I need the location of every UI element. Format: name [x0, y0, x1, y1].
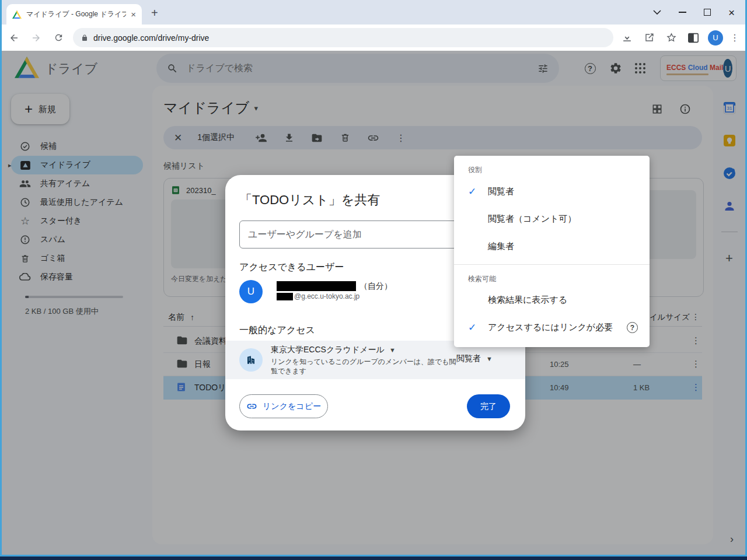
copy-link-button[interactable]: リンクをコピー	[239, 394, 328, 418]
tab-title: マイドライブ - Google ドライブ	[26, 9, 126, 19]
maximize-button[interactable]	[704, 9, 711, 16]
help-icon[interactable]: ?	[627, 322, 638, 333]
share-dialog-title: 「TODOリスト」を共有	[239, 191, 380, 209]
browser-avatar[interactable]: U	[708, 30, 723, 46]
chevron-down-icon: ▼	[389, 346, 396, 354]
redacted-owner-name	[277, 281, 356, 291]
owner-self-label: （自分）	[359, 281, 392, 292]
window-controls: ×	[653, 0, 741, 24]
role-section-header: 役割	[468, 165, 482, 175]
side-panel-icon[interactable]	[686, 30, 701, 46]
done-button[interactable]: 完了	[467, 394, 510, 418]
owner-email-domain: @g.ecc.u-tokyo.ac.jp	[294, 292, 359, 300]
bookmark-star-icon[interactable]	[664, 30, 679, 46]
browser-menu-icon[interactable]: ⋮	[730, 32, 739, 43]
browser-tab-bar: マイドライブ - Google ドライブ × + ×	[2, 0, 745, 24]
group-access-selector[interactable]: 東京大学ECCSクラウドメール ▼	[271, 345, 396, 355]
check-icon: ✓	[468, 186, 488, 198]
browser-tab[interactable]: マイドライブ - Google ドライブ ×	[6, 4, 142, 24]
menu-item-commenter[interactable]: 閲覧者（コメント可）	[454, 205, 650, 233]
browser-window: マイドライブ - Google ドライブ × + × drive.goog	[0, 0, 747, 556]
menu-item-link-required[interactable]: ✓ アクセスするにはリンクが必要 ?	[454, 314, 650, 341]
close-window-button[interactable]: ×	[728, 7, 735, 18]
back-icon[interactable]	[4, 28, 24, 48]
reload-icon[interactable]	[48, 28, 68, 48]
tab-close-icon[interactable]: ×	[131, 9, 136, 19]
download-page-icon[interactable]	[619, 30, 634, 46]
menu-divider	[454, 264, 650, 265]
searchable-section-header: 検索可能	[468, 274, 496, 284]
forward-icon[interactable]	[26, 28, 46, 48]
redacted-owner-email	[277, 293, 293, 300]
menu-item-editor[interactable]: 編集者	[454, 233, 650, 260]
share-page-icon[interactable]	[641, 30, 657, 46]
group-role-selector[interactable]: 閲覧者 ▼	[456, 354, 493, 364]
lock-icon	[81, 34, 88, 42]
drive-favicon	[12, 10, 22, 19]
url-text: drive.google.com/drive/my-drive	[93, 33, 209, 43]
tab-search-icon[interactable]	[653, 10, 661, 15]
desktop-background: マイドライブ - Google ドライブ × + × drive.goog	[0, 0, 747, 560]
minimize-button[interactable]	[679, 12, 686, 13]
check-icon: ✓	[468, 321, 488, 334]
people-with-access-heading: アクセスできるユーザー	[239, 261, 344, 274]
menu-item-viewer[interactable]: ✓ 閲覧者	[454, 178, 650, 205]
chevron-down-icon: ▼	[486, 355, 493, 362]
address-bar[interactable]: drive.google.com/drive/my-drive	[73, 28, 613, 47]
browser-toolbar: drive.google.com/drive/my-drive U ⋮	[2, 24, 745, 51]
general-access-heading: 一般的なアクセス	[239, 324, 315, 337]
role-dropdown-menu: 役割 ✓ 閲覧者 閲覧者（コメント可） 編集者 検索可能 検索結果に表示する ✓…	[454, 156, 650, 347]
group-access-description: リンクを知っているこのグループのメンバーは、誰でも閲覧できます	[271, 357, 456, 376]
new-tab-button[interactable]: +	[151, 7, 158, 19]
owner-avatar: U	[239, 280, 263, 303]
menu-item-show-in-search[interactable]: 検索結果に表示する	[454, 286, 650, 314]
toolbar-right-icons: U ⋮	[619, 30, 745, 46]
organization-icon	[239, 348, 263, 372]
